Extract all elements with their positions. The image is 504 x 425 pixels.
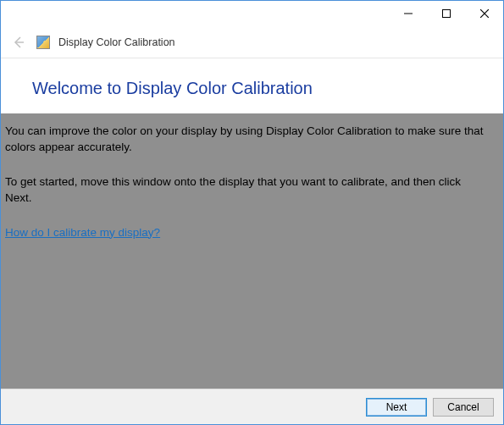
back-button	[9, 33, 28, 52]
content-area: You can improve the color on your displa…	[1, 113, 503, 389]
dialog-window: Display Color Calibration Welcome to Dis…	[0, 0, 504, 425]
intro-paragraph-1: You can improve the color on your displa…	[5, 124, 490, 156]
heading-area: Welcome to Display Color Calibration	[1, 58, 503, 113]
svg-rect-1	[442, 9, 450, 17]
minimize-button[interactable]	[389, 1, 427, 25]
footer-bar: Next Cancel	[1, 389, 503, 424]
back-arrow-icon	[12, 36, 25, 49]
close-button[interactable]	[465, 1, 503, 25]
page-heading: Welcome to Display Color Calibration	[32, 79, 503, 98]
maximize-button[interactable]	[427, 1, 465, 25]
header-bar: Display Color Calibration	[1, 26, 503, 58]
maximize-icon	[442, 9, 451, 18]
header-title: Display Color Calibration	[58, 36, 175, 48]
titlebar	[1, 1, 503, 26]
cancel-button[interactable]: Cancel	[433, 398, 494, 417]
app-icon	[36, 36, 50, 49]
help-link[interactable]: How do I calibrate my display?	[5, 226, 160, 239]
minimize-icon	[404, 9, 413, 18]
close-icon	[480, 9, 489, 18]
next-button[interactable]: Next	[366, 398, 427, 417]
intro-paragraph-2: To get started, move this window onto th…	[5, 174, 490, 207]
